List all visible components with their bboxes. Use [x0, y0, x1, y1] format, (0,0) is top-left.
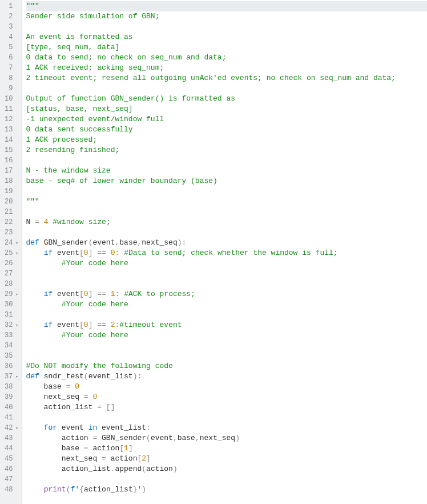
- line-number-text: 25: [5, 249, 13, 257]
- code-line[interactable]: [type, seq_num, data]: [26, 42, 427, 53]
- code-line[interactable]: N - the window size: [26, 166, 427, 176]
- line-number-text: 29: [5, 290, 13, 298]
- code-line[interactable]: """: [26, 1, 427, 11]
- token-kw: def: [26, 238, 39, 247]
- line-number-text: 5: [9, 43, 13, 51]
- token-var: event: [53, 290, 79, 298]
- line-number-text: 13: [5, 126, 13, 134]
- token-comment: #ACK to process;: [124, 290, 195, 298]
- line-number-text: 6: [9, 54, 13, 62]
- code-line[interactable]: next_seq = 0: [26, 392, 427, 402]
- code-line[interactable]: 1 ACK received; acking seq_num;: [26, 63, 427, 73]
- code-line[interactable]: [26, 22, 427, 32]
- token-op: ==: [97, 249, 106, 257]
- code-line[interactable]: base - seq# of lower winder boundary (ba…: [26, 176, 427, 186]
- code-line[interactable]: [26, 227, 427, 238]
- fold-toggle-icon[interactable]: ▾: [14, 322, 19, 329]
- line-number-text: 10: [5, 95, 13, 103]
- line-number: 33: [0, 330, 22, 341]
- code-line[interactable]: next_seq = action[2]: [26, 454, 427, 464]
- code-line[interactable]: Output of function GBN_sender() is forma…: [26, 94, 427, 104]
- code-line[interactable]: [26, 83, 427, 94]
- line-number: 36: [0, 361, 22, 371]
- token-str: 0 data to send; no check on seq_num and …: [26, 53, 226, 62]
- token-var: [26, 321, 43, 329]
- code-line[interactable]: [26, 413, 427, 423]
- token-op: ==: [97, 321, 106, 329]
- code-line[interactable]: [26, 341, 427, 351]
- token-paren: ): [142, 485, 146, 494]
- code-line[interactable]: if event[0] == 0: #Data to send; check w…: [26, 248, 427, 258]
- fold-toggle-icon[interactable]: ▾: [14, 250, 19, 257]
- line-number: 40: [0, 402, 22, 413]
- code-line[interactable]: """: [26, 197, 427, 207]
- fold-toggle-icon[interactable]: ▾: [14, 374, 19, 380]
- code-line[interactable]: action = GBN_sender(event,base,next_seq): [26, 433, 427, 443]
- token-op: =: [97, 403, 102, 411]
- code-line[interactable]: [26, 269, 427, 279]
- line-number-text: 8: [9, 74, 13, 82]
- code-line[interactable]: 2 resending finished;: [26, 145, 427, 155]
- token-kw: if: [44, 290, 53, 298]
- code-line[interactable]: action_list = []: [26, 402, 427, 413]
- token-comment: #Data to send; check whether the window …: [124, 249, 337, 257]
- code-line[interactable]: base = action[1]: [26, 443, 427, 454]
- code-line[interactable]: base = 0: [26, 382, 427, 392]
- code-line[interactable]: [26, 474, 427, 485]
- code-line[interactable]: [26, 351, 427, 361]
- line-number: 23: [0, 227, 22, 238]
- line-number: 9: [0, 83, 22, 94]
- code-line[interactable]: print(f'{action_list}'): [26, 485, 427, 495]
- fold-toggle-icon[interactable]: ▾: [14, 291, 19, 298]
- code-line[interactable]: 0 data sent successfully: [26, 125, 427, 135]
- line-number: 16: [0, 155, 22, 166]
- token-var: base: [26, 382, 66, 391]
- token-op: {: [79, 485, 84, 494]
- token-var: action_list: [84, 485, 133, 494]
- line-number-text: 11: [5, 105, 13, 113]
- code-line[interactable]: #Do NOT modify the following code: [26, 361, 427, 371]
- code-area[interactable]: """Sender side simulation of GBN;An even…: [22, 0, 427, 504]
- code-line[interactable]: def GBN_sender(event,base,next_seq):: [26, 238, 427, 248]
- code-line[interactable]: #Your code here: [26, 330, 427, 341]
- code-line[interactable]: for event in event_list:: [26, 423, 427, 433]
- token-kw: if: [44, 249, 53, 257]
- code-line[interactable]: An event is formatted as: [26, 32, 427, 42]
- token-kw: for: [44, 423, 57, 432]
- code-line[interactable]: N = 4 #window size;: [26, 217, 427, 227]
- line-number: 31: [0, 310, 22, 320]
- code-line[interactable]: [status, base, next_seq]: [26, 104, 427, 114]
- code-line[interactable]: Sender side simulation of GBN;: [26, 11, 427, 22]
- line-number: 47: [0, 474, 22, 485]
- token-op: =: [84, 444, 88, 453]
- token-str: -1 unexpected event/window full: [26, 115, 164, 123]
- code-line[interactable]: [26, 186, 427, 197]
- code-line[interactable]: def sndr_test(event_list):: [26, 371, 427, 382]
- fold-toggle-icon[interactable]: ▾: [14, 240, 19, 246]
- line-number-text: 31: [5, 311, 13, 319]
- code-line[interactable]: 0 data to send; no check on seq_num and …: [26, 53, 427, 63]
- token-op: :: [146, 423, 151, 432]
- code-line[interactable]: [26, 207, 427, 217]
- code-line[interactable]: [26, 279, 427, 289]
- line-number: 27: [0, 269, 22, 279]
- code-line[interactable]: 2 timeout event; resend all outgoing unA…: [26, 73, 427, 83]
- code-line[interactable]: [26, 155, 427, 166]
- line-number-text: 12: [5, 115, 13, 123]
- code-line[interactable]: if event[0] == 1: #ACK to process;: [26, 289, 427, 299]
- line-number: 7: [0, 63, 22, 73]
- code-line[interactable]: -1 unexpected event/window full: [26, 114, 427, 125]
- line-number: 42▾: [0, 423, 22, 433]
- code-line[interactable]: #Your code here: [26, 258, 427, 269]
- token-var: [106, 290, 111, 298]
- line-number: 32▾: [0, 320, 22, 330]
- code-line[interactable]: action_list.append(action): [26, 464, 427, 474]
- code-line[interactable]: if event[0] == 2:#timeout event: [26, 320, 427, 330]
- line-number-gutter: 123456789101112131415161718192021222324▾…: [0, 0, 22, 504]
- line-number-text: 40: [5, 403, 13, 411]
- code-line[interactable]: 1 ACK processed;: [26, 135, 427, 145]
- fold-toggle-icon[interactable]: ▾: [14, 425, 19, 431]
- code-line[interactable]: #Your code here: [26, 299, 427, 310]
- token-num: 1: [111, 290, 115, 298]
- code-line[interactable]: [26, 310, 427, 320]
